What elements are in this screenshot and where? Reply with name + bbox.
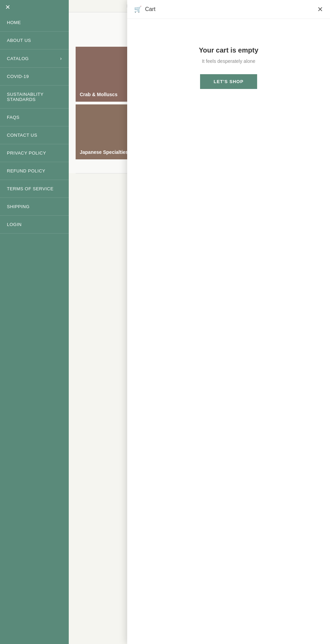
category-card-0[interactable]: Crab & Molluscs [76,47,135,102]
sidebar-item-label: CATALOG [7,56,29,61]
sidebar-item-terms-of-service[interactable]: TERMS OF SERVICE [0,180,69,198]
cart-close-button[interactable]: ✕ [317,5,323,13]
sidebar-item-catalog[interactable]: CATALOG› [0,49,69,68]
sidebar-item-label: PRIVACY POLICY [7,150,46,156]
sidebar-item-home[interactable]: HOME [0,14,69,32]
sidebar-item-label: CONTACT US [7,133,37,138]
sidebar-item-privacy-policy[interactable]: PRIVACY POLICY [0,144,69,162]
sidebar-item-sustainablity-standards[interactable]: SUSTAINABLITY STANDARDS [0,86,69,109]
sidebar-item-label: ABOUT US [7,38,31,43]
cart-header-left: 🛒 Cart [134,5,155,13]
chevron-right-icon: › [60,56,62,61]
sidebar-item-about-us[interactable]: ABOUT US [0,32,69,49]
cart-icon: 🛒 [134,5,142,13]
cart-title: Cart [145,6,155,12]
sidebar-item-label: SUSTAINABLITY STANDARDS [7,92,62,102]
sidebar-item-refund-policy[interactable]: REFUND POLICY [0,162,69,180]
sidebar-item-faqs[interactable]: FAQS [0,109,69,126]
sidebar-item-contact-us[interactable]: CONTACT US [0,126,69,144]
cart-empty-subtitle: It feels desperately alone [202,58,255,64]
cart-panel: 🛒 Cart ✕ Your cart is empty It feels des… [127,0,330,644]
sidebar-item-shipping[interactable]: SHIPPING [0,198,69,216]
sidebar: ✕ HOMEABOUT USCATALOG›COVID-19SUSTAINABL… [0,0,69,644]
sidebar-item-label: TERMS OF SERVICE [7,186,54,191]
sidebar-item-login[interactable]: LOGIN [0,216,69,234]
sidebar-item-label: COVID-19 [7,74,29,79]
sidebar-item-label: LOGIN [7,222,22,227]
cart-body: Your cart is empty It feels desperately … [127,19,330,103]
sidebar-close-icon[interactable]: ✕ [5,3,10,11]
cart-empty-title: Your cart is empty [199,46,258,54]
sidebar-item-label: REFUND POLICY [7,168,45,173]
sidebar-item-label: FAQS [7,115,20,120]
sidebar-item-covid-19[interactable]: COVID-19 [0,68,69,86]
category-label: Crab & Molluscs [80,91,118,98]
cart-header: 🛒 Cart ✕ [127,0,330,19]
sidebar-nav: HOMEABOUT USCATALOG›COVID-19SUSTAINABLIT… [0,0,69,234]
category-label: Japanese Specialties [80,149,128,155]
lets-shop-button[interactable]: LET'S SHOP [200,74,257,89]
category-card-4[interactable]: Japanese Specialties [76,104,135,159]
sidebar-item-label: HOME [7,20,21,25]
sidebar-item-label: SHIPPING [7,204,30,209]
